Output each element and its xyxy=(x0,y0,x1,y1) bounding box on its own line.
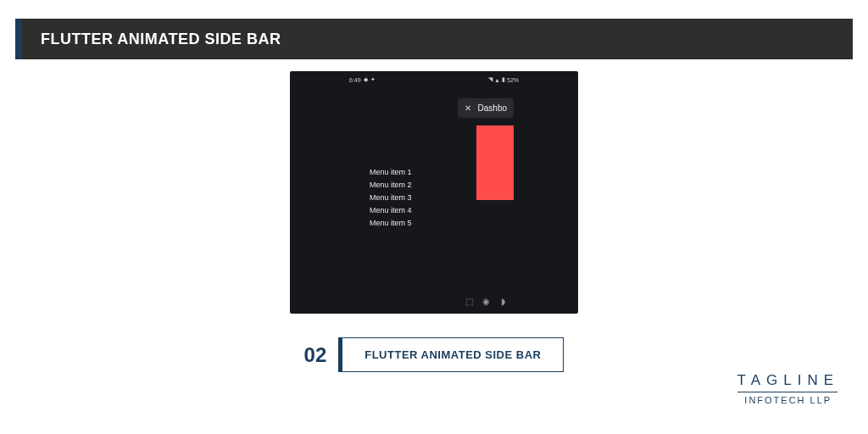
caption-text: FLUTTER ANIMATED SIDE BAR xyxy=(364,348,541,361)
sidebar-item-1[interactable]: Menu item 1 xyxy=(370,168,412,176)
logo-title: TAGLINE xyxy=(737,372,839,389)
signal-icon: ▲ xyxy=(494,77,500,83)
header-bar: FLUTTER ANIMATED SIDE BAR xyxy=(15,19,853,59)
content-area: 6:49 ◆ ✦ ◥ ▲ ▮ 52% ✕ Dashbo Menu item 1 … xyxy=(0,71,868,372)
logo-subtitle: INFOTECH LLP xyxy=(737,395,839,405)
logo-divider xyxy=(737,392,837,392)
nav-icon-3[interactable]: ◗ xyxy=(498,297,507,305)
status-time: 6:49 xyxy=(349,77,361,83)
sidebar-item-2[interactable]: Menu item 2 xyxy=(370,181,412,189)
sidebar-item-3[interactable]: Menu item 3 xyxy=(370,193,412,202)
content-preview-block xyxy=(476,125,514,200)
header-title: FLUTTER ANIMATED SIDE BAR xyxy=(22,31,281,48)
caption-row: 02 FLUTTER ANIMATED SIDE BAR xyxy=(304,337,565,372)
status-bar: 6:49 ◆ ✦ ◥ ▲ ▮ 52% xyxy=(349,76,519,83)
sidebar-item-5[interactable]: Menu item 5 xyxy=(370,219,412,227)
header-accent xyxy=(15,19,22,59)
caption-number: 02 xyxy=(304,337,327,372)
brand-logo: TAGLINE INFOTECH LLP xyxy=(737,372,839,405)
nav-icon-1[interactable]: ⬚ xyxy=(465,297,473,305)
app-bar: ✕ Dashbo xyxy=(458,98,514,118)
bottom-nav: ⬚ ◉ ◗ xyxy=(465,297,507,305)
status-left: 6:49 ◆ ✦ xyxy=(349,76,376,83)
status-bell-icon: ✦ xyxy=(370,76,376,83)
phone-demo: 6:49 ◆ ✦ ◥ ▲ ▮ 52% ✕ Dashbo Menu item 1 … xyxy=(290,71,578,314)
battery-percent: 52% xyxy=(507,77,519,83)
battery-icon: ▮ xyxy=(502,76,505,83)
status-dot-icon: ◆ xyxy=(364,76,368,83)
close-icon[interactable]: ✕ xyxy=(465,104,471,113)
app-bar-title: Dashbo xyxy=(478,103,507,113)
status-right: ◥ ▲ ▮ 52% xyxy=(488,76,519,83)
sidebar-menu: Menu item 1 Menu item 2 Menu item 3 Menu… xyxy=(370,168,412,227)
nav-icon-2[interactable]: ◉ xyxy=(481,297,490,305)
caption-box: FLUTTER ANIMATED SIDE BAR xyxy=(338,337,564,372)
wifi-icon: ◥ xyxy=(488,76,492,83)
sidebar-item-4[interactable]: Menu item 4 xyxy=(370,206,412,214)
